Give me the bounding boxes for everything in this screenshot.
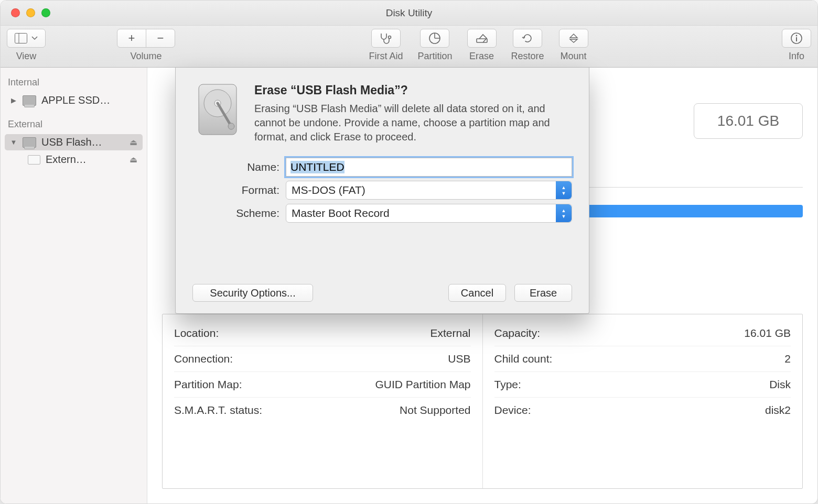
disclosure-triangle-icon[interactable]: ▶	[10, 96, 17, 104]
security-options-button[interactable]: Security Options...	[192, 284, 313, 302]
partition-button[interactable]	[420, 29, 449, 48]
detail-value: disk2	[765, 404, 791, 417]
name-label: Name:	[192, 161, 286, 173]
eject-icon[interactable]: ⏏	[130, 155, 137, 165]
add-volume-button[interactable]: +	[117, 29, 146, 48]
scheme-label: Scheme:	[192, 207, 286, 220]
details-table: Location:External Connection:USB Partiti…	[162, 314, 803, 489]
name-input[interactable]	[286, 158, 572, 177]
mount-button[interactable]	[559, 29, 588, 48]
updown-icon: ▲▼	[556, 204, 572, 222]
details-col-right: Capacity:16.01 GB Child count:2 Type:Dis…	[482, 314, 803, 488]
toolbar-group-volume: + − Volume	[117, 29, 175, 62]
restore-label: Restore	[511, 51, 544, 62]
erase-icon	[475, 32, 489, 44]
view-label: View	[16, 51, 37, 62]
disclosure-triangle-icon[interactable]: ▼	[10, 138, 17, 146]
detail-row: Location:External	[174, 321, 471, 346]
chevron-down-icon	[31, 35, 38, 41]
detail-label: Location:	[174, 327, 219, 339]
svg-point-2	[388, 36, 391, 39]
partition-label: Partition	[417, 51, 452, 62]
info-button[interactable]	[782, 29, 811, 48]
sidebar-header-internal: Internal	[1, 74, 147, 91]
sidebar-item-label: APPLE SSD…	[41, 94, 110, 106]
sidebar-header-external: External	[1, 116, 147, 133]
detail-value: Disk	[769, 378, 791, 391]
detail-row: Partition Map:GUID Partition Map	[174, 371, 471, 397]
first-aid-label: First Aid	[369, 51, 403, 62]
detail-value: Not Supported	[400, 404, 470, 417]
detail-value: External	[430, 327, 470, 339]
svg-point-11	[228, 123, 234, 129]
sidebar-item-internal-disk[interactable]: ▶ APPLE SSD…	[5, 92, 143, 108]
sidebar-item-external-disk[interactable]: ▼ USB Flash… ⏏	[5, 134, 143, 150]
plus-icon: +	[128, 31, 135, 45]
app-window: Disk Utility View + − Volume	[0, 0, 818, 504]
minus-icon: −	[157, 31, 164, 45]
detail-value: GUID Partition Map	[375, 378, 470, 391]
info-label: Info	[789, 51, 804, 62]
dialog-description: Erasing “USB Flash Media” will delete al…	[254, 102, 572, 144]
mount-icon	[568, 32, 579, 44]
window-title: Disk Utility	[1, 7, 817, 19]
sidebar-icon	[15, 33, 27, 43]
svg-rect-7	[796, 37, 797, 41]
detail-value: 16.01 GB	[744, 327, 791, 339]
mount-label: Mount	[561, 51, 587, 62]
sidebar-item-label: USB Flash…	[41, 136, 102, 148]
detail-row: Device:disk2	[494, 397, 791, 423]
volume-label: Volume	[130, 51, 162, 62]
detail-label: Connection:	[174, 353, 233, 365]
toolbar-group-restore: Restore	[511, 29, 544, 62]
capacity-pill: 16.01 GB	[694, 103, 803, 139]
detail-label: Partition Map:	[174, 378, 242, 391]
erase-button[interactable]	[467, 29, 497, 48]
cancel-button[interactable]: Cancel	[448, 284, 506, 302]
format-label: Format:	[192, 184, 286, 196]
eject-icon[interactable]: ⏏	[130, 137, 137, 147]
detail-row: Type:Disk	[494, 371, 791, 397]
detail-row: Capacity:16.01 GB	[494, 321, 791, 346]
erase-confirm-button[interactable]: Erase	[514, 284, 572, 302]
remove-volume-button[interactable]: −	[146, 29, 175, 48]
sidebar-item-external-volume[interactable]: Extern… ⏏	[5, 151, 143, 168]
svg-rect-0	[15, 34, 27, 43]
toolbar-group-mount: Mount	[559, 29, 588, 62]
titlebar: Disk Utility	[1, 1, 817, 26]
detail-label: Device:	[494, 404, 531, 417]
sidebar: Internal ▶ APPLE SSD… External ▼ USB Fla…	[1, 68, 147, 503]
dialog-buttons: Security Options... Cancel Erase	[192, 284, 572, 302]
detail-value: USB	[448, 353, 470, 365]
toolbar-group-view: View	[7, 29, 46, 62]
restore-icon	[521, 32, 534, 45]
hard-disk-icon	[192, 81, 243, 138]
detail-row: Child count:2	[494, 346, 791, 371]
info-icon	[790, 32, 803, 45]
first-aid-button[interactable]	[371, 29, 401, 48]
toolbar: View + − Volume First Aid Partition	[1, 26, 817, 68]
scheme-value: Master Boot Record	[292, 207, 390, 220]
disk-icon	[23, 95, 36, 106]
detail-value: 2	[784, 353, 791, 365]
view-button[interactable]	[7, 29, 46, 48]
disk-icon	[23, 137, 36, 148]
detail-row: Connection:USB	[174, 346, 471, 371]
detail-label: Type:	[494, 378, 521, 391]
sidebar-item-label: Extern…	[46, 154, 87, 166]
scheme-select[interactable]: Master Boot Record ▲▼	[286, 204, 572, 223]
toolbar-group-erase: Erase	[467, 29, 497, 62]
updown-icon: ▲▼	[556, 181, 572, 199]
restore-button[interactable]	[513, 29, 542, 48]
details-col-left: Location:External Connection:USB Partiti…	[163, 314, 482, 488]
erase-dialog: Erase “USB Flash Media”? Erasing “USB Fl…	[175, 68, 589, 314]
detail-label: Capacity:	[494, 327, 541, 339]
format-select[interactable]: MS-DOS (FAT) ▲▼	[286, 181, 572, 200]
dialog-title: Erase “USB Flash Media”?	[254, 83, 572, 97]
detail-label: Child count:	[494, 353, 553, 365]
svg-point-6	[796, 35, 798, 37]
stethoscope-icon	[379, 32, 393, 44]
toolbar-group-info: Info	[782, 29, 811, 62]
toolbar-group-partition: Partition	[417, 29, 452, 62]
erase-label: Erase	[469, 51, 494, 62]
